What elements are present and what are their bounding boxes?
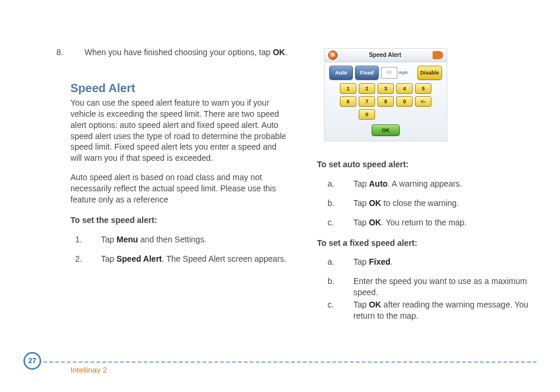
sub-fixed: To set a fixed speed alert: — [317, 238, 540, 249]
key-9: 9 — [396, 96, 413, 107]
auto-steps: a.Tap Auto. A warning appears. b.Tap OK … — [340, 178, 540, 228]
left-column: 8.When you have finished choosing your o… — [70, 47, 288, 273]
shot-ok-row: OK — [325, 123, 447, 141]
key-8: 8 — [377, 96, 394, 107]
shot-mode-row: Auto Fixed 65 mph Disable — [325, 62, 447, 82]
shot-titlebar: ✕ Speed Alert — [325, 49, 447, 62]
key-7: 7 — [359, 96, 375, 107]
set-speed-steps: 1.Tap Menu and then Settings. 2.Tap Spee… — [88, 234, 288, 265]
fixed-steps: a.Tap Fixed. b.Enter the speed you want … — [340, 256, 540, 321]
fixed-step-b: b.Enter the speed you want to use as a m… — [340, 276, 540, 298]
product-name: Intellinav 2 — [70, 365, 107, 376]
step-8-number: 8. — [70, 47, 85, 58]
manual-page: 8.When you have finished choosing your o… — [0, 0, 560, 392]
step-8-tail: . — [285, 48, 288, 57]
mph-group: 65 mph — [381, 67, 415, 79]
footer-divider — [38, 361, 537, 363]
key-4: 4 — [396, 83, 413, 94]
fixed-step-a: a.Tap Fixed. — [340, 256, 540, 268]
key-2: 2 — [359, 83, 375, 94]
page-number-badge: 27 — [23, 352, 41, 370]
horn-icon — [433, 51, 443, 59]
auto-button: Auto — [329, 66, 353, 80]
right-column: ✕ Speed Alert Auto Fixed 65 mph Disable … — [317, 48, 540, 330]
key-5: 5 — [415, 83, 431, 94]
auto-step-b: b.Tap OK to close the warning. — [340, 198, 540, 209]
auto-step-c: c.Tap OK. You return to the map. — [340, 217, 540, 228]
speed-alert-screenshot: ✕ Speed Alert Auto Fixed 65 mph Disable … — [324, 48, 447, 141]
key-back: <- — [415, 96, 431, 107]
sub-set-speed-alert: To set the speed alert: — [70, 215, 288, 226]
step-8-text: When you have finished choosing your opt… — [85, 48, 273, 57]
fixed-button: Fixed — [355, 66, 379, 80]
ok-button: OK — [372, 124, 400, 136]
key-1: 1 — [340, 83, 356, 94]
step-8-bold: OK — [273, 48, 285, 57]
speed-alert-para1: You can use the speed alert feature to w… — [70, 97, 288, 164]
speed-alert-para2: Auto speed alert is based on road class … — [70, 172, 288, 205]
mph-input: 65 — [381, 67, 397, 79]
mph-unit: mph — [399, 70, 408, 76]
step-8: 8.When you have finished choosing your o… — [85, 47, 288, 58]
fixed-step-c: c.Tap OK after reading the warning messa… — [340, 299, 540, 322]
set-speed-step1: 1.Tap Menu and then Settings. — [88, 234, 288, 245]
auto-step-a: a.Tap Auto. A warning appears. — [340, 178, 540, 190]
key-3: 3 — [377, 83, 394, 94]
key-6: 6 — [340, 96, 356, 107]
shot-title-text: Speed Alert — [369, 51, 401, 59]
heading-speed-alert: Speed Alert — [70, 80, 288, 96]
disable-button: Disable — [417, 66, 442, 80]
set-speed-step2: 2.Tap Speed Alert. The Speed Alert scree… — [88, 254, 288, 265]
sub-auto: To set auto speed alert: — [317, 159, 540, 170]
key-0: 0 — [359, 109, 375, 120]
keypad: 1 2 3 4 5 6 7 8 9 0 <- — [325, 82, 447, 123]
close-icon: ✕ — [328, 50, 338, 60]
